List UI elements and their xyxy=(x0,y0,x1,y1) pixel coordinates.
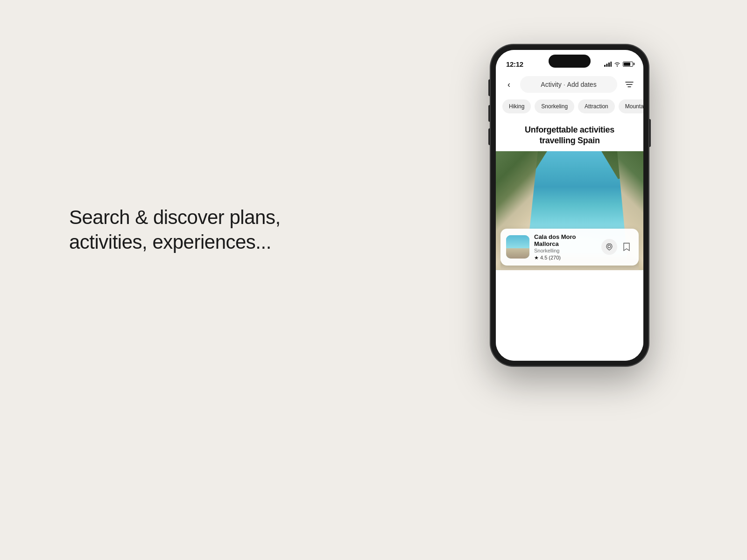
rating-value: 4.5 xyxy=(540,255,547,260)
signal-icon xyxy=(604,62,612,67)
card-name: Cala dos Moro Mallorca xyxy=(534,233,597,247)
svg-rect-0 xyxy=(604,65,606,67)
search-row: ‹ Activity · Add dates xyxy=(496,72,643,97)
map-button[interactable] xyxy=(601,239,617,255)
phone-frame: 12:12 xyxy=(490,44,649,366)
hero-title-line1: Unforgettable activities xyxy=(525,125,614,134)
status-time: 12:12 xyxy=(506,60,523,68)
status-bar: 12:12 xyxy=(496,50,643,72)
search-pill[interactable]: Activity · Add dates xyxy=(520,76,617,93)
bookmark-button[interactable] xyxy=(620,240,633,253)
review-count: (270) xyxy=(549,255,561,260)
app-content: ‹ Activity · Add dates xyxy=(496,72,643,361)
svg-rect-1 xyxy=(606,63,608,67)
svg-rect-2 xyxy=(608,63,610,67)
bookmark-icon xyxy=(623,243,630,251)
status-icons xyxy=(604,62,633,67)
wifi-icon xyxy=(614,62,620,67)
category-pill-snorkeling[interactable]: Snorkeling xyxy=(535,99,574,113)
tagline-line1: Search & discover plans, xyxy=(69,206,281,228)
hero-section: Unforgettable activities travelling Spai… xyxy=(496,118,643,151)
tagline-line2: activities, experiences... xyxy=(69,231,271,253)
star-icon: ★ xyxy=(534,255,539,261)
card-thumbnail xyxy=(506,235,529,259)
category-pill-mountain[interactable]: Mountain Bi... xyxy=(619,99,643,113)
back-arrow-icon: ‹ xyxy=(507,80,510,90)
card-info: Cala dos Moro Mallorca Snorkelling ★ 4.5… xyxy=(534,233,597,261)
category-row: Hiking Snorkeling Attraction Mountain Bi… xyxy=(496,97,643,118)
category-pill-hiking[interactable]: Hiking xyxy=(502,99,531,113)
battery-icon xyxy=(623,62,633,67)
card-type: Snorkelling xyxy=(534,248,597,253)
separator: · xyxy=(564,81,565,88)
hero-title-line2: travelling Spain xyxy=(539,136,599,145)
svg-rect-3 xyxy=(611,62,612,67)
add-dates-label: Add dates xyxy=(567,81,597,88)
activity-card[interactable]: Cala dos Moro Mallorca Snorkelling ★ 4.5… xyxy=(500,229,639,266)
dynamic-island xyxy=(549,55,591,68)
left-tagline: Search & discover plans, activities, exp… xyxy=(69,205,281,254)
map-icon xyxy=(606,243,613,251)
card-actions xyxy=(601,239,633,255)
phone-mockup: 12:12 xyxy=(490,44,649,366)
hero-title: Unforgettable activities travelling Spai… xyxy=(503,125,636,147)
phone-screen: 12:12 xyxy=(496,50,643,361)
filter-button[interactable] xyxy=(622,77,637,92)
activity-label: Activity xyxy=(541,81,561,88)
hero-image: Cala dos Moro Mallorca Snorkelling ★ 4.5… xyxy=(496,151,643,270)
back-button[interactable]: ‹ xyxy=(502,78,515,91)
filter-icon xyxy=(625,81,634,88)
card-rating: ★ 4.5 (270) xyxy=(534,255,597,261)
svg-point-7 xyxy=(608,245,611,248)
category-pill-attraction[interactable]: Attraction xyxy=(578,99,615,113)
